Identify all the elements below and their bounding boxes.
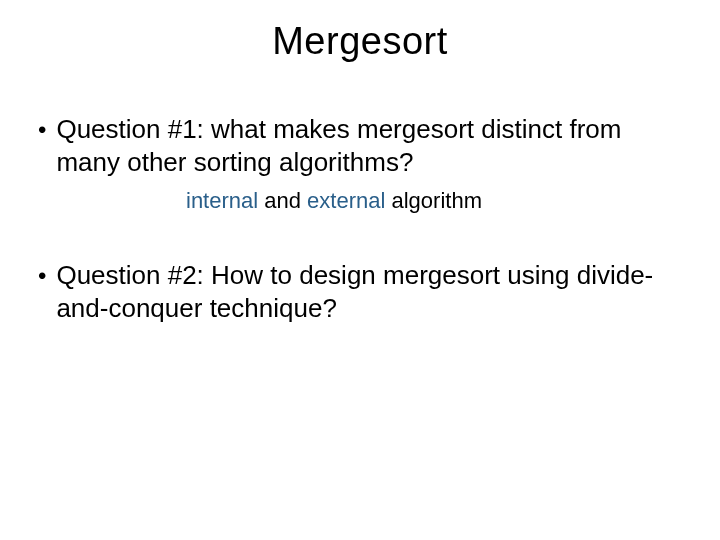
slide-title: Mergesort <box>0 20 720 63</box>
bullet-item-1: • Question #1: what makes mergesort dist… <box>38 113 682 178</box>
bullet-marker-icon: • <box>38 259 46 293</box>
bullet-text: Question #2: How to design mergesort usi… <box>56 259 682 324</box>
slide-content: • Question #1: what makes mergesort dist… <box>0 113 720 324</box>
slide: Mergesort • Question #1: what makes merg… <box>0 0 720 540</box>
highlight-word-1: internal <box>186 188 258 213</box>
subline-mid: and <box>258 188 307 213</box>
bullet-text: Question #1: what makes mergesort distin… <box>56 113 682 178</box>
subline-tail: algorithm <box>385 188 482 213</box>
bullet-item-2: • Question #2: How to design mergesort u… <box>38 259 682 324</box>
bullet-marker-icon: • <box>38 113 46 147</box>
highlight-word-2: external <box>307 188 385 213</box>
answer-subline: internal and external algorithm <box>38 188 682 214</box>
